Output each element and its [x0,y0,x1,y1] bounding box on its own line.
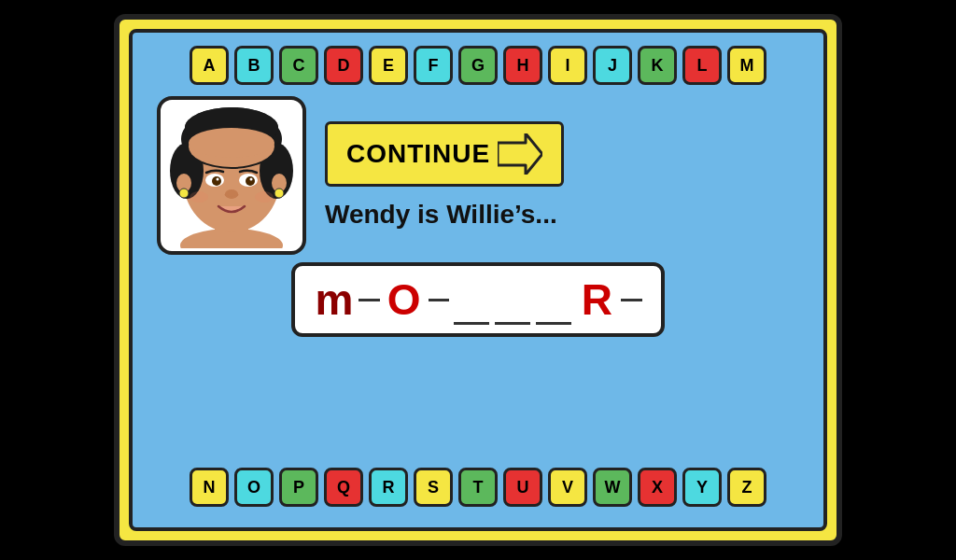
svg-point-18 [217,177,219,180]
svg-point-16 [212,176,221,186]
bottom-letter-Z[interactable]: Z [727,468,766,507]
answer-blank-3 [494,275,531,325]
top-letter-J[interactable]: J [593,46,632,85]
bottom-letter-S[interactable]: S [414,468,453,507]
outer-border: ABCDEFGHIJKLM [114,14,842,546]
bottom-letter-X[interactable]: X [638,468,677,507]
svg-point-19 [250,177,253,180]
continue-label: CONTINUE [346,139,490,169]
answer-char-1: O [384,278,425,321]
middle-section: CONTINUE Wendy is Willie’s... [148,96,808,255]
top-letter-H[interactable]: H [503,46,542,85]
face-avatar [166,104,297,248]
bottom-letter-Q[interactable]: Q [324,468,363,507]
bottom-letter-R[interactable]: R [369,468,408,507]
right-content: CONTINUE Wendy is Willie’s... [325,121,564,230]
top-letter-K[interactable]: K [638,46,677,85]
svg-point-13 [274,189,284,198]
svg-point-12 [179,189,189,198]
bottom-letter-O[interactable]: O [234,468,274,507]
continue-arrow-icon [498,133,542,175]
answer-blank-4 [535,275,572,325]
svg-marker-23 [498,133,542,175]
answer-char-5: R [576,278,617,321]
svg-point-17 [246,176,255,186]
answer-blank-2 [453,275,490,325]
continue-button-wrapper[interactable]: CONTINUE [325,121,564,187]
svg-point-21 [190,191,208,203]
bottom-letter-N[interactable]: N [190,468,229,507]
top-letter-C[interactable]: C [279,46,318,85]
inner-panel: ABCDEFGHIJKLM [129,29,827,531]
bottom-letter-row: NOPQRSTUVWXYZ [190,468,766,507]
bottom-letter-Y[interactable]: Y [682,468,722,507]
svg-point-9 [189,128,274,158]
top-letter-row: ABCDEFGHIJKLM [190,46,766,85]
top-letter-D[interactable]: D [324,46,363,85]
top-letter-G[interactable]: G [458,46,498,85]
top-letter-I[interactable]: I [548,46,587,85]
top-letter-A[interactable]: A [190,46,229,85]
bottom-letter-U[interactable]: U [503,468,542,507]
bottom-letter-W[interactable]: W [593,468,632,507]
top-letter-M[interactable]: M [727,46,766,85]
avatar-box [157,96,306,255]
answer-char-0: m [314,278,355,321]
question-text: Wendy is Willie’s... [325,200,557,230]
bottom-letter-V[interactable]: V [548,468,587,507]
bottom-letter-P[interactable]: P [279,468,318,507]
answer-box: mOR [291,262,665,337]
top-letter-L[interactable]: L [682,46,722,85]
svg-point-22 [255,191,274,203]
top-letter-B[interactable]: B [234,46,274,85]
bottom-letter-T[interactable]: T [458,468,498,507]
top-letter-F[interactable]: F [414,46,453,85]
top-letter-E[interactable]: E [369,46,408,85]
